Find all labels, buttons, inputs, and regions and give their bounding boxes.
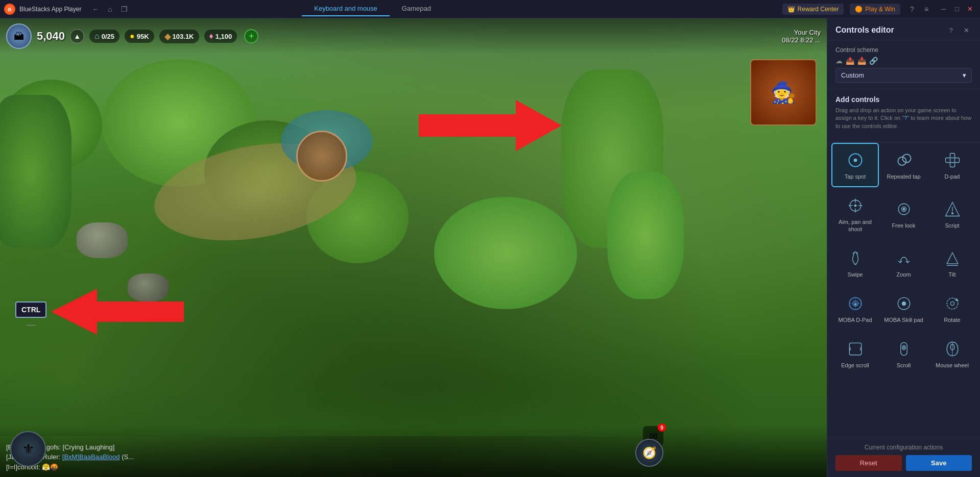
d-pad-label: D-pad <box>945 173 960 180</box>
maximize-button[interactable]: □ <box>951 4 963 15</box>
control-moba-skill-pad[interactable]: MOBA Skill pad <box>880 286 927 331</box>
window-controls: ─ □ ✕ <box>938 4 976 15</box>
main-area: 🏔 5,040 ▲ ⌂ 0/25 ● 95K ◈ 103.1K ♦ 1,100 … <box>0 18 980 477</box>
scheme-export-button[interactable]: 📤 <box>846 57 854 65</box>
tab-keyboard-mouse[interactable]: Keyboard and mouse <box>302 2 390 16</box>
panel-close-button[interactable]: ✕ <box>961 24 972 36</box>
svg-point-20 <box>903 208 905 210</box>
city-info: Your City 08/22 8:22 ... <box>782 29 821 44</box>
control-tap-spot[interactable]: Tap spot <box>831 143 879 187</box>
d-pad-icon <box>942 150 963 170</box>
reset-button[interactable]: Reset <box>835 455 902 471</box>
config-actions-label: Current configuration actions <box>835 444 972 451</box>
scheme-cloud-button[interactable]: ☁ <box>835 57 843 65</box>
compass-icon[interactable]: 🧭 <box>635 439 663 467</box>
hud-gold: ● 95K <box>125 30 154 43</box>
play-win-button[interactable]: 🟠 Play & Win <box>850 4 900 15</box>
control-script[interactable]: Script <box>928 188 976 239</box>
scheme-dropdown[interactable]: Custom ▾ <box>835 68 972 83</box>
ctrl-key-element: CTRL — <box>15 302 46 330</box>
save-button[interactable]: Save <box>906 455 972 471</box>
play-icon: 🟠 <box>855 6 863 13</box>
moba-skill-pad-icon <box>894 293 914 314</box>
control-zoom[interactable]: Zoom <box>880 241 927 285</box>
rotate-label: Rotate <box>944 317 960 323</box>
panel-help-button[interactable]: ? <box>945 24 957 36</box>
add-resource-button[interactable]: + <box>244 29 258 43</box>
home-button[interactable]: ⌂ <box>104 3 116 15</box>
app-logo: B <box>4 4 15 15</box>
control-mouse-wheel[interactable]: Mouse wheel <box>928 332 976 376</box>
game-area: 🏔 5,040 ▲ ⌂ 0/25 ● 95K ◈ 103.1K ♦ 1,100 … <box>0 18 827 477</box>
close-button[interactable]: ✕ <box>965 4 976 15</box>
wooden-structure <box>296 131 347 182</box>
svg-marker-3 <box>419 100 562 151</box>
arrow-left <box>51 289 184 335</box>
control-edge-scroll[interactable]: Edge scroll <box>831 332 879 376</box>
control-free-look[interactable]: Free look <box>880 188 927 239</box>
menu-icon[interactable]: ≡ <box>921 4 932 15</box>
tree-group-5 <box>434 197 577 309</box>
back-button[interactable]: ← <box>89 3 102 15</box>
hud-resource2: ◈ 103.1K <box>159 30 199 43</box>
swipe-label: Swipe <box>848 271 863 278</box>
player-score: 5,040 <box>37 30 65 43</box>
tab-gamepad[interactable]: Gamepad <box>390 2 443 16</box>
svg-rect-35 <box>849 343 861 355</box>
notification-badge: 9 <box>658 423 666 432</box>
tap-spot-label: Tap spot <box>845 173 866 180</box>
scroll-label: Scroll <box>897 362 911 369</box>
control-aim-pan-shoot[interactable]: Aim, pan and shoot <box>831 188 879 239</box>
svg-point-17 <box>854 205 856 207</box>
add-controls-title: Add controls <box>835 95 972 104</box>
control-scheme-section: Control scheme ☁ 📤 📥 🔗 Custom ▾ <box>827 40 980 89</box>
moba-d-pad-icon: + <box>845 293 866 314</box>
crown-icon: 👑 <box>787 6 795 13</box>
scheme-import-button[interactable]: 📥 <box>857 57 866 65</box>
scheme-share-button[interactable]: 🔗 <box>869 57 878 65</box>
svg-point-32 <box>902 302 905 305</box>
control-swipe[interactable]: Swipe <box>831 241 879 285</box>
control-tilt[interactable]: Tilt <box>928 241 976 285</box>
panel-bottom: Current configuration actions Reset Save <box>827 437 980 477</box>
aim-pan-shoot-label: Aim, pan and shoot <box>835 219 875 232</box>
home-icon: ⌂ <box>94 32 100 41</box>
svg-point-5 <box>854 159 856 161</box>
zoom-label: Zoom <box>896 271 911 278</box>
chat-line-3: [I=I]contxxt: 😤🤬 <box>6 462 821 472</box>
svg-rect-10 <box>945 158 950 163</box>
control-scroll[interactable]: Scroll <box>880 332 927 376</box>
scroll-icon <box>894 339 914 359</box>
svg-text:B: B <box>8 7 12 12</box>
control-d-pad[interactable]: D-pad <box>928 143 976 187</box>
control-repeated-tap[interactable]: Repeated tap <box>880 143 927 187</box>
gem-icon: ♦ <box>209 32 213 41</box>
minimize-button[interactable]: ─ <box>938 4 949 15</box>
help-icon[interactable]: ? <box>906 4 918 15</box>
tilt-label: Tilt <box>948 271 955 278</box>
game-hud-top: 🏔 5,040 ▲ ⌂ 0/25 ● 95K ◈ 103.1K ♦ 1,100 … <box>0 18 827 54</box>
tilt-icon <box>942 248 963 268</box>
svg-marker-24 <box>947 253 958 264</box>
arrow-right <box>419 100 562 151</box>
control-moba-d-pad[interactable]: + MOBA D-Pad <box>831 286 879 331</box>
svg-rect-11 <box>954 158 959 163</box>
svg-marker-2 <box>51 289 184 335</box>
reward-center-button[interactable]: 👑 Reward Center <box>782 4 844 15</box>
windows-button[interactable]: ❐ <box>118 3 130 15</box>
title-bar: B BlueStacks App Player ← ⌂ ❐ Keyboard a… <box>0 0 980 18</box>
add-controls-section: Add controls Drag and drop an action on … <box>827 89 980 143</box>
control-rotate[interactable]: Rotate <box>928 286 976 331</box>
guild-emblem[interactable]: ⚜ <box>10 431 46 467</box>
svg-point-6 <box>898 157 906 165</box>
tree-right-2 <box>607 171 684 299</box>
panel-title: Controls editor <box>835 26 894 35</box>
hud-population: ⌂ 0/25 <box>89 30 119 43</box>
ctrl-key-box: CTRL <box>15 302 46 318</box>
game-chat: ✉ 9 [BxSA]LUGIAgofs: [Crying Laughing] [… <box>0 426 827 477</box>
edge-scroll-icon <box>845 339 866 359</box>
resource-icon: ◈ <box>164 32 171 41</box>
arrow-up-button[interactable]: ▲ <box>70 29 84 43</box>
svg-rect-41 <box>902 345 905 350</box>
character-portrait: 🧙 <box>750 59 817 125</box>
